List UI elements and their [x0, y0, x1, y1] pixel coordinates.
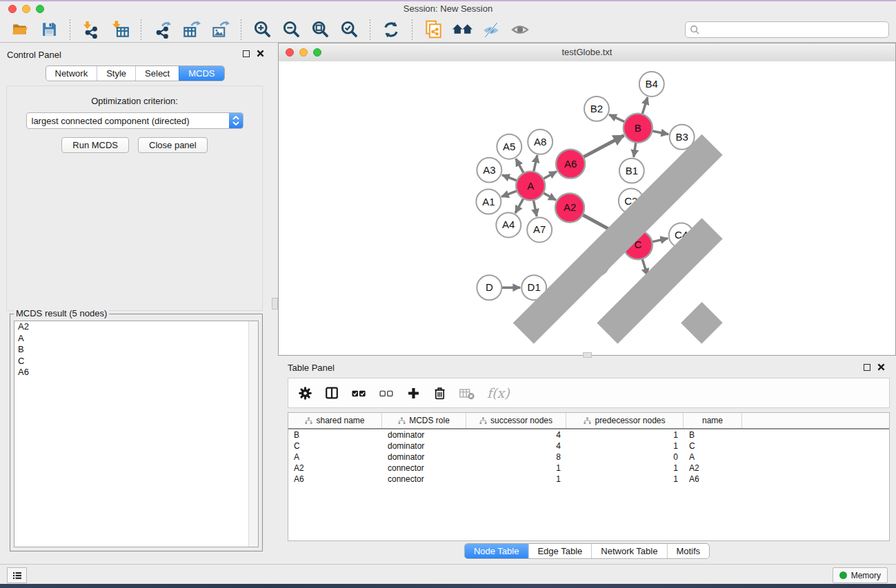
- table-cell[interactable]: 1: [566, 463, 684, 473]
- table-cell[interactable]: C: [684, 441, 742, 451]
- save-session-icon[interactable]: [38, 19, 60, 41]
- float-panel-icon[interactable]: [243, 50, 250, 57]
- home-icon[interactable]: [451, 19, 473, 41]
- deselect-all-checkboxes-icon[interactable]: [379, 385, 395, 401]
- table-row[interactable]: A2connector11A2: [288, 463, 889, 474]
- result-item[interactable]: A2: [14, 321, 258, 333]
- tab-mcds[interactable]: MCDS: [179, 66, 223, 81]
- column-header-shared-name[interactable]: shared name: [288, 413, 382, 428]
- table-cell[interactable]: C: [288, 441, 382, 451]
- column-header-name[interactable]: name: [684, 413, 742, 428]
- column-layout-icon[interactable]: [324, 385, 339, 401]
- resize-grip-icon[interactable]: [278, 61, 895, 354]
- search-input[interactable]: [703, 24, 884, 36]
- memory-button[interactable]: Memory: [833, 567, 888, 583]
- tab-style[interactable]: Style: [97, 66, 135, 81]
- run-mcds-button[interactable]: Run MCDS: [61, 137, 129, 153]
- function-builder-icon: f(x): [487, 385, 510, 401]
- optimization-criterion-dropdown[interactable]: largest connected component (directed): [26, 112, 243, 129]
- column-header-successor-nodes[interactable]: successor nodes: [466, 413, 566, 428]
- result-item[interactable]: B: [14, 344, 258, 356]
- close-panel-button[interactable]: Close panel: [138, 137, 208, 153]
- zoom-in-icon[interactable]: [251, 19, 273, 41]
- table-cell[interactable]: 1: [566, 474, 684, 484]
- tab-network-table[interactable]: Network Table: [591, 544, 666, 558]
- tab-network[interactable]: Network: [46, 66, 97, 81]
- table-cell[interactable]: 8: [466, 452, 566, 462]
- table-cell[interactable]: 1: [566, 441, 684, 451]
- control-panel-title: Control Panel: [7, 50, 61, 60]
- table-cell[interactable]: 1: [566, 430, 684, 440]
- close-table-panel-icon[interactable]: [877, 363, 885, 371]
- task-history-button[interactable]: [7, 567, 27, 583]
- table-cell[interactable]: B: [684, 430, 742, 440]
- import-network-icon[interactable]: [80, 19, 102, 41]
- network-minimize-button[interactable]: [299, 48, 308, 57]
- zoom-window-button[interactable]: [36, 5, 44, 13]
- close-window-button[interactable]: [8, 5, 17, 13]
- tab-node-table[interactable]: Node Table: [465, 544, 528, 558]
- tab-motifs[interactable]: Motifs: [666, 544, 709, 558]
- table-cell[interactable]: B: [288, 430, 382, 440]
- zoom-out-icon[interactable]: [280, 19, 302, 41]
- table-cell[interactable]: A: [684, 452, 742, 462]
- result-item[interactable]: A: [14, 333, 258, 345]
- column-header-predecessor-nodes[interactable]: predecessor nodes: [566, 413, 684, 428]
- table-splitter-handle[interactable]: [583, 352, 592, 358]
- table-row[interactable]: Adominator80A: [288, 452, 889, 463]
- float-table-panel-icon[interactable]: [864, 364, 870, 371]
- table-cell[interactable]: dominator: [382, 452, 466, 462]
- table-row[interactable]: A6connector11A6: [288, 474, 889, 485]
- table-cell[interactable]: A6: [288, 474, 382, 484]
- result-scrollbar[interactable]: [248, 321, 258, 547]
- open-session-icon[interactable]: [9, 19, 31, 41]
- zoom-fit-icon[interactable]: [309, 19, 331, 41]
- network-canvas[interactable]: AA1A2A3A4A5A6A7A8BB1B2B3B4CC1C2C3C4DD1: [279, 61, 895, 355]
- table-cell[interactable]: 0: [566, 452, 684, 462]
- panel-splitter-handle[interactable]: [272, 298, 278, 310]
- network-close-button[interactable]: [286, 48, 294, 57]
- network-file-icon[interactable]: [422, 19, 444, 41]
- toolbar-separator: [412, 19, 412, 40]
- tab-edge-table[interactable]: Edge Table: [528, 544, 591, 558]
- table-cell[interactable]: dominator: [382, 441, 466, 451]
- table-settings-gear-icon[interactable]: [298, 386, 312, 401]
- import-table-icon[interactable]: [109, 19, 131, 41]
- mcds-result-list[interactable]: A2ABCA6: [14, 321, 259, 547]
- node-table[interactable]: shared nameMCDS rolesuccessor nodesprede…: [288, 412, 890, 541]
- table-header-row: shared nameMCDS rolesuccessor nodesprede…: [288, 413, 889, 429]
- search-field[interactable]: [685, 21, 889, 38]
- add-column-icon[interactable]: [406, 386, 421, 401]
- refresh-icon[interactable]: [380, 19, 402, 41]
- table-cell[interactable]: A2: [684, 463, 742, 473]
- table-cell[interactable]: connector: [382, 463, 466, 473]
- result-item[interactable]: A6: [14, 367, 258, 378]
- table-cell[interactable]: 4: [466, 441, 566, 451]
- table-cell[interactable]: 4: [466, 430, 566, 440]
- table-cell[interactable]: A: [288, 452, 382, 462]
- table-cell[interactable]: 1: [466, 463, 566, 473]
- minimize-window-button[interactable]: [22, 5, 30, 13]
- zoom-selected-icon[interactable]: [338, 19, 360, 41]
- result-item[interactable]: C: [14, 356, 258, 367]
- close-panel-icon[interactable]: [257, 50, 264, 57]
- export-image-icon[interactable]: [209, 19, 231, 41]
- status-bar: Memory: [0, 564, 896, 584]
- export-table-icon[interactable]: [180, 19, 202, 41]
- table-cell[interactable]: connector: [382, 474, 466, 484]
- hide-selected-icon[interactable]: [480, 19, 502, 41]
- delete-column-trash-icon[interactable]: [432, 386, 447, 401]
- table-cell[interactable]: dominator: [382, 430, 466, 440]
- tab-select[interactable]: Select: [135, 66, 179, 81]
- table-cell[interactable]: 1: [466, 474, 566, 484]
- show-all-icon[interactable]: [509, 19, 531, 41]
- table-row[interactable]: Bdominator41B: [288, 429, 889, 440]
- table-row[interactable]: Cdominator41C: [288, 440, 889, 452]
- select-all-checkboxes-icon[interactable]: [351, 385, 367, 401]
- table-cell[interactable]: A2: [288, 463, 382, 473]
- column-header-MCDS-role[interactable]: MCDS role: [382, 413, 466, 428]
- export-network-icon[interactable]: [151, 19, 173, 41]
- table-cell[interactable]: A6: [684, 474, 742, 484]
- column-attribute-icon: [305, 417, 312, 425]
- network-zoom-button[interactable]: [313, 48, 321, 57]
